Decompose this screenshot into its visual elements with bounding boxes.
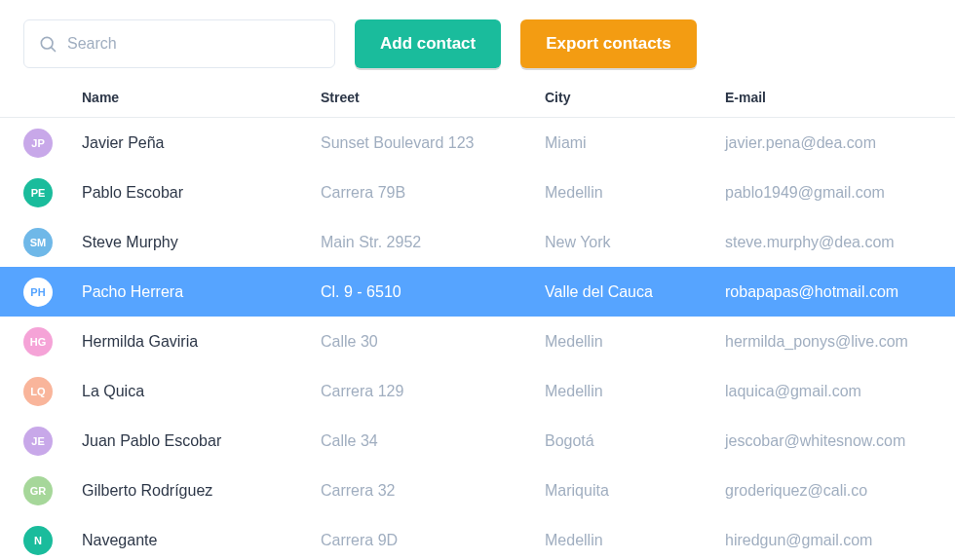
- avatar: GR: [23, 476, 53, 505]
- table-row[interactable]: PEPablo EscobarCarrera 79BMedellinpablo1…: [0, 168, 955, 217]
- avatar: JE: [23, 427, 53, 456]
- contact-street: Cl. 9 - 6510: [321, 283, 545, 301]
- contact-street: Carrera 32: [321, 482, 545, 500]
- contact-street: Calle 30: [321, 333, 545, 351]
- contact-email: jescobar@whitesnow.com: [725, 432, 932, 450]
- col-street: Street: [321, 90, 545, 105]
- avatar: HG: [23, 327, 53, 356]
- col-name: Name: [82, 90, 321, 105]
- contact-city: Mariquita: [545, 482, 725, 500]
- avatar: LQ: [23, 377, 53, 406]
- add-contact-button[interactable]: Add contact: [355, 19, 501, 68]
- avatar: JP: [23, 129, 53, 158]
- contact-email: hermilda_ponys@live.com: [725, 333, 932, 351]
- contact-email: robapapas@hotmail.com: [725, 283, 932, 301]
- col-city: City: [545, 90, 725, 105]
- contact-name: Juan Pablo Escobar: [82, 432, 321, 450]
- contact-name: Hermilda Gaviria: [82, 333, 321, 351]
- table-row[interactable]: JPJavier PeñaSunset Boulevard 123Miamija…: [0, 118, 955, 168]
- contact-city: New York: [545, 234, 725, 251]
- svg-line-1: [52, 48, 56, 52]
- svg-point-0: [41, 37, 53, 49]
- contacts-table: JPJavier PeñaSunset Boulevard 123Miamija…: [0, 118, 955, 560]
- contact-street: Sunset Boulevard 123: [321, 134, 545, 152]
- table-row[interactable]: NNaveganteCarrera 9DMedellinhiredgun@gma…: [0, 515, 955, 560]
- contact-email: pablo1949@gmail.com: [725, 184, 932, 202]
- table-row[interactable]: SMSteve MurphyMain Str. 2952New Yorkstev…: [0, 217, 955, 267]
- contact-street: Calle 34: [321, 432, 545, 450]
- table-row[interactable]: LQLa QuicaCarrera 129Medellinlaquica@gma…: [0, 366, 955, 416]
- toolbar: Add contact Export contacts: [0, 0, 955, 84]
- contact-name: Pacho Herrera: [82, 283, 321, 301]
- contact-name: Javier Peña: [82, 134, 321, 152]
- contact-name: Gilberto Rodríguez: [82, 482, 321, 500]
- table-row[interactable]: HGHermilda GaviriaCalle 30Medellinhermil…: [0, 317, 955, 366]
- table-row[interactable]: GRGilberto RodríguezCarrera 32Mariquitag…: [0, 466, 955, 515]
- avatar: PE: [23, 178, 53, 207]
- contact-name: Navegante: [82, 532, 321, 549]
- contact-street: Carrera 9D: [321, 532, 545, 549]
- contact-city: Medellin: [545, 532, 725, 549]
- contact-street: Carrera 129: [321, 383, 545, 400]
- contact-city: Medellin: [545, 383, 725, 400]
- col-email: E-mail: [725, 90, 932, 105]
- contact-city: Medellin: [545, 333, 725, 351]
- contact-email: groderiquez@cali.co: [725, 482, 932, 500]
- avatar: PH: [23, 278, 53, 307]
- contact-city: Miami: [545, 134, 725, 152]
- contact-email: hiredgun@gmail.com: [725, 532, 932, 549]
- contact-street: Carrera 79B: [321, 184, 545, 202]
- table-row[interactable]: PHPacho HerreraCl. 9 - 6510Valle del Cau…: [0, 267, 955, 317]
- contact-email: laquica@gmail.com: [725, 383, 932, 400]
- contact-city: Medellin: [545, 184, 725, 202]
- search-box[interactable]: [23, 19, 335, 68]
- search-icon: [38, 34, 57, 54]
- avatar: SM: [23, 228, 53, 257]
- contact-city: Bogotá: [545, 432, 725, 450]
- contact-name: Pablo Escobar: [82, 184, 321, 202]
- contact-street: Main Str. 2952: [321, 234, 545, 251]
- table-row[interactable]: JEJuan Pablo EscobarCalle 34Bogotájescob…: [0, 416, 955, 466]
- contact-email: steve.murphy@dea.com: [725, 234, 932, 251]
- contact-name: Steve Murphy: [82, 234, 321, 251]
- table-header: Name Street City E-mail: [0, 84, 955, 118]
- export-contacts-button[interactable]: Export contacts: [520, 19, 696, 68]
- contact-name: La Quica: [82, 383, 321, 400]
- search-input[interactable]: [67, 35, 321, 53]
- contact-email: javier.pena@dea.com: [725, 134, 932, 152]
- avatar: N: [23, 526, 53, 555]
- contact-city: Valle del Cauca: [545, 283, 725, 301]
